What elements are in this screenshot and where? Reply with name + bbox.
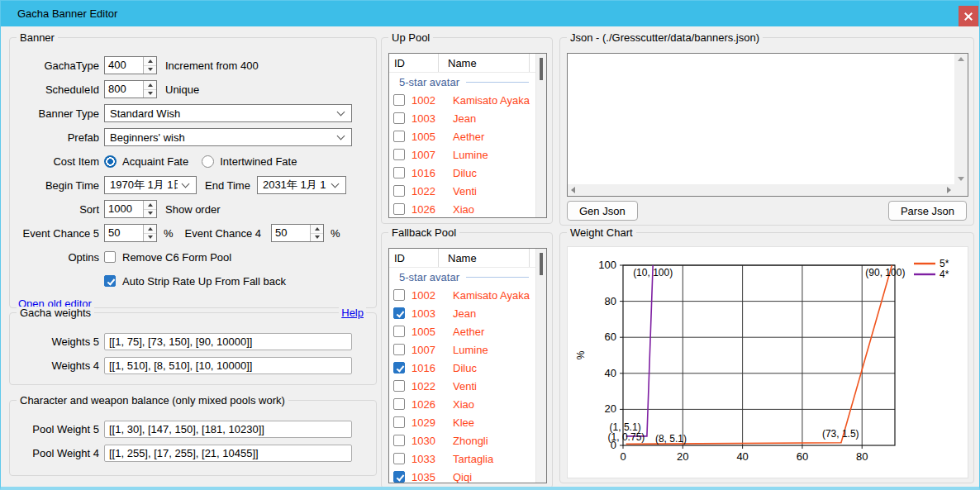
parse-json-button[interactable]: Parse Json (888, 201, 967, 221)
pool-row[interactable]: 1033Tartaglia (389, 450, 535, 468)
scheduleid-value[interactable]: 800 (105, 81, 143, 98)
vertical-scrollbar[interactable] (954, 54, 968, 184)
up-pool-list[interactable]: ID Name 5-star avatar 1002Kamisato Ayaka… (388, 53, 547, 218)
radio-icon[interactable] (104, 155, 117, 168)
event-chance-5-value[interactable]: 50 (105, 225, 143, 241)
spin-down-icon[interactable] (144, 66, 156, 74)
checkbox-unchecked[interactable] (393, 167, 405, 178)
weights4-input[interactable]: [[1, 510], [8, 510], [10, 10000]] (104, 357, 352, 374)
cost-item-option-intertwined[interactable]: Intertwined Fate (202, 155, 297, 168)
pool-row[interactable]: 1035Qiqi (389, 468, 535, 483)
checkbox-checked[interactable] (393, 307, 405, 319)
checkbox-unchecked[interactable] (393, 185, 405, 197)
radio-icon[interactable] (202, 155, 214, 168)
checkbox-checked[interactable] (393, 362, 405, 373)
scroll-down-icon[interactable] (958, 177, 964, 181)
scrollbar-thumb[interactable] (540, 58, 543, 80)
json-textarea[interactable] (568, 54, 954, 184)
checkbox-unchecked[interactable] (393, 453, 405, 464)
checkbox-unchecked[interactable] (393, 112, 405, 124)
cost-item-option-acquaint[interactable]: Acquaint Fate (104, 155, 188, 168)
fallback-pool-list[interactable]: ID Name 5-star avatar 1002Kamisato Ayaka… (388, 248, 547, 483)
checkbox-unchecked[interactable] (393, 435, 405, 446)
gachatype-spinner[interactable] (143, 57, 156, 74)
checkbox-unchecked[interactable] (393, 94, 405, 106)
help-link[interactable]: Help (339, 307, 366, 319)
prefab-select[interactable]: Beginners' wish (104, 128, 352, 146)
pool-row[interactable]: 1003Jean (389, 304, 535, 322)
event-chance-5-input[interactable]: 50 (104, 224, 157, 242)
scroll-up-icon[interactable] (958, 57, 964, 61)
fallback-pool-scrollbar[interactable] (535, 249, 546, 483)
event-chance-4-spinner[interactable] (310, 225, 323, 241)
checkbox-unchecked[interactable] (393, 326, 405, 337)
spin-up-icon[interactable] (311, 225, 323, 234)
pool-row[interactable]: 1016Diluc (389, 164, 535, 182)
sort-value[interactable]: 1000 (105, 201, 143, 217)
auto-strip-checkbox[interactable] (104, 275, 116, 287)
scroll-left-icon[interactable] (571, 187, 575, 193)
remove-c6-checkbox[interactable] (104, 251, 116, 263)
checkbox-unchecked[interactable] (393, 344, 405, 355)
close-button[interactable] (959, 6, 978, 26)
weights5-input[interactable]: [[1, 75], [73, 150], [90, 10000]] (104, 333, 352, 350)
pool-row[interactable]: 1022Venti (389, 377, 535, 395)
spin-down-icon[interactable] (144, 210, 156, 218)
checkbox-unchecked[interactable] (393, 149, 405, 160)
spin-up-icon[interactable] (144, 225, 156, 234)
pool-weight5-input[interactable]: [[1, 30], [147, 150], [181, 10230]] (104, 421, 352, 438)
checkbox-unchecked[interactable] (393, 380, 405, 392)
pool-row[interactable]: 1026Xiao (389, 395, 535, 413)
event-chance-4-value[interactable]: 50 (272, 225, 310, 241)
checkbox-unchecked[interactable] (393, 416, 405, 428)
end-time-picker[interactable]: 2031年 1月 1日 (257, 176, 346, 194)
gen-json-button[interactable]: Gen Json (567, 201, 638, 221)
gachatype-value[interactable]: 400 (105, 57, 143, 74)
scrollbar-thumb[interactable] (540, 253, 543, 275)
scheduleid-spinner[interactable] (143, 81, 156, 98)
begin-time-picker[interactable]: 1970年 1月 1日 (104, 176, 197, 194)
scroll-right-icon[interactable] (947, 187, 951, 193)
pool-row[interactable]: 1016Diluc (389, 359, 535, 377)
end-time-label: End Time (205, 179, 250, 192)
titlebar: Gacha Banner Editor (1, 1, 979, 26)
sort-hint: Show order (165, 203, 220, 216)
pool-row[interactable]: 1007Lumine (389, 340, 535, 359)
spin-down-icon[interactable] (311, 234, 323, 242)
event-chance-5-spinner[interactable] (143, 225, 156, 241)
pool-row[interactable]: 1026Xiao (389, 200, 535, 217)
json-editor[interactable] (567, 53, 968, 197)
checkbox-unchecked[interactable] (393, 398, 405, 410)
spin-down-icon[interactable] (144, 90, 156, 98)
event-chance-4-input[interactable]: 50 (271, 224, 324, 242)
checkbox-unchecked[interactable] (393, 203, 405, 215)
horizontal-scrollbar[interactable] (568, 184, 954, 196)
pool-row[interactable]: 1007Lumine (389, 145, 535, 164)
up-pool-scrollbar[interactable] (535, 54, 546, 217)
scheduleid-input[interactable]: 800 (104, 80, 157, 98)
balance-group: Character and weapon balance (only mixed… (9, 400, 377, 476)
spin-up-icon[interactable] (144, 57, 156, 66)
pool-item-name: Diluc (453, 362, 477, 374)
pool-row[interactable]: 1002Kamisato Ayaka (389, 91, 535, 109)
spin-up-icon[interactable] (144, 81, 156, 90)
checkbox-checked[interactable] (393, 471, 405, 483)
pool-row[interactable]: 1029Klee (389, 413, 535, 431)
sort-spinner[interactable] (143, 201, 156, 217)
gachatype-input[interactable]: 400 (104, 56, 157, 74)
pool-row[interactable]: 1005Aether (389, 127, 535, 145)
pool-row[interactable]: 1005Aether (389, 322, 535, 340)
pool-row[interactable]: 1022Venti (389, 182, 535, 200)
sort-input[interactable]: 1000 (104, 200, 157, 218)
pool-row[interactable]: 1003Jean (389, 109, 535, 127)
pool-weight4-input[interactable]: [[1, 255], [17, 255], [21, 10455]] (104, 445, 352, 462)
banner-type-select[interactable]: Standard Wish (104, 104, 352, 122)
event-chance-4-label: Event Chance 4 (185, 227, 262, 240)
checkbox-unchecked[interactable] (393, 289, 405, 301)
spin-down-icon[interactable] (144, 234, 156, 242)
spin-up-icon[interactable] (144, 201, 156, 210)
scheduleid-hint: Unique (165, 83, 199, 96)
checkbox-unchecked[interactable] (393, 131, 405, 142)
pool-row[interactable]: 1030Zhongli (389, 431, 535, 450)
pool-row[interactable]: 1002Kamisato Ayaka (389, 286, 535, 304)
